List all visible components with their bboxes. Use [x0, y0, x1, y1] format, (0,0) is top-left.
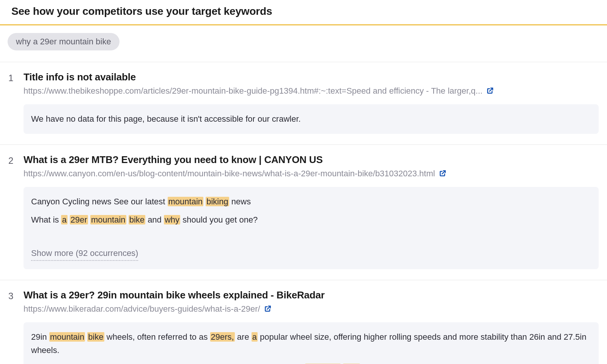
snippet-line: What is a 29er mountain bike and why sho…	[31, 213, 591, 226]
page-title: See how your competitors use your target…	[11, 5, 596, 17]
result-rank: 1	[8, 71, 20, 134]
result-title[interactable]: What is a 29er MTB? Everything you need …	[24, 154, 599, 166]
snippet-line: Due to their fast rolling speeds, its co…	[31, 362, 591, 364]
keyword-chips-row: why a 29er mountain bike	[0, 25, 607, 62]
external-link-icon[interactable]	[264, 305, 272, 314]
external-link-icon[interactable]	[486, 87, 494, 96]
result-url[interactable]: https://www.bikeradar.com/advice/buyers-…	[24, 304, 260, 314]
highlight: a	[252, 332, 258, 342]
highlight: mountain	[49, 332, 85, 342]
highlight: bike	[129, 215, 145, 224]
highlight: 29er	[70, 215, 88, 224]
result-url[interactable]: https://www.thebikeshoppe.com/articles/2…	[24, 86, 483, 96]
snippet-box: We have no data for this page, because i…	[24, 104, 599, 134]
external-link-icon[interactable]	[439, 169, 447, 179]
snippet-box: 29in mountain bike wheels, often referre…	[24, 322, 599, 364]
highlight: a	[61, 215, 67, 224]
highlight: 29ers,	[210, 332, 235, 342]
snippet-line: Canyon Cycling news See our latest mount…	[31, 195, 591, 208]
show-more-link[interactable]: Show more (92 occurrences)	[31, 247, 138, 261]
result-rank: 3	[8, 289, 20, 364]
result-title[interactable]: What is a 29er? 29in mountain bike wheel…	[24, 289, 599, 301]
keyword-chip[interactable]: why a 29er mountain bike	[8, 33, 120, 50]
search-result: 3What is a 29er? 29in mountain bike whee…	[0, 280, 607, 364]
highlight: why	[164, 215, 180, 224]
snippet-line: 29in mountain bike wheels, often referre…	[31, 331, 591, 356]
result-url[interactable]: https://www.canyon.com/en-us/blog-conten…	[24, 169, 435, 178]
highlight: biking	[206, 197, 229, 206]
highlight: mountain	[168, 197, 204, 206]
search-result: 2What is a 29er MTB? Everything you need…	[0, 145, 607, 280]
result-title[interactable]: Title info is not available	[24, 71, 599, 83]
highlight: mountain	[90, 215, 126, 224]
snippet-box: Canyon Cycling news See our latest mount…	[24, 187, 599, 269]
highlight: bike	[87, 332, 104, 342]
search-result: 1Title info is not availablehttps://www.…	[0, 62, 607, 145]
result-rank: 2	[8, 154, 20, 269]
snippet-line: We have no data for this page, because i…	[31, 113, 591, 126]
